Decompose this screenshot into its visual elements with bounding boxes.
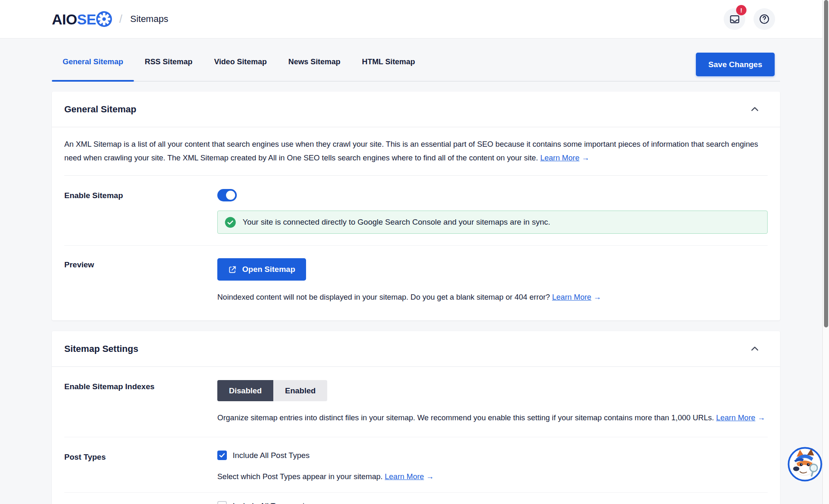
- open-sitemap-button-label: Open Sitemap: [242, 265, 295, 274]
- toggle-knob: [226, 191, 235, 200]
- post-types-description: Select which Post Types appear in your s…: [217, 470, 768, 483]
- sitemap-settings-card-header: Sitemap Settings: [52, 331, 780, 367]
- include-all-taxonomies-label: Include All Taxonomies: [233, 502, 313, 504]
- include-all-taxonomies-checkbox[interactable]: [217, 501, 227, 504]
- scrollbar[interactable]: [822, 0, 829, 504]
- header-actions: !: [724, 8, 775, 30]
- general-sitemap-intro: An XML Sitemap is a list of all your con…: [64, 127, 768, 176]
- breadcrumb: Sitemaps: [130, 14, 168, 24]
- notifications-button[interactable]: !: [724, 8, 745, 30]
- chevron-up-icon: [749, 344, 760, 354]
- card-title-general-sitemap: General Sitemap: [64, 104, 136, 115]
- enable-sitemap-label: Enable Sitemap: [64, 189, 217, 234]
- breadcrumb-separator: /: [119, 13, 122, 26]
- tab-bar: General Sitemap RSS Sitemap Video Sitema…: [52, 38, 780, 82]
- main-content: General Sitemap RSS Sitemap Video Sitema…: [52, 38, 780, 504]
- chevron-up-icon: [749, 104, 760, 115]
- logo-text: AIOSE: [52, 12, 96, 27]
- gsc-sync-alert-text: Your site is connected directly to Googl…: [243, 218, 550, 227]
- arrow-right-icon: →: [426, 472, 434, 481]
- post-types-row: Post Types Include All Post Types Select…: [64, 437, 768, 493]
- card-title-sitemap-settings: Sitemap Settings: [64, 344, 138, 354]
- sitemap-indexes-segmented-control: Disabled Enabled: [217, 380, 327, 401]
- aioseo-dog-mascot[interactable]: [788, 447, 822, 482]
- preview-row: Preview Open Sitemap Noindexed content w…: [64, 246, 768, 320]
- sitemap-indexes-description: Organize sitemap entries into distinct f…: [217, 411, 768, 424]
- enable-sitemap-toggle[interactable]: [217, 189, 237, 201]
- tabs-nav: General Sitemap RSS Sitemap Video Sitema…: [52, 38, 780, 81]
- enable-sitemap-indexes-row: Enable Sitemap Indexes Disabled Enabled …: [64, 367, 768, 437]
- sitemap-settings-card: Sitemap Settings Enable Sitemap Indexes …: [52, 331, 780, 504]
- tab-html-sitemap[interactable]: HTML Sitemap: [351, 57, 426, 81]
- check-circle-icon: [225, 217, 236, 228]
- taxonomies-row: Taxonomies Include All Taxonomies: [64, 493, 768, 504]
- dog-mascot-icon: [788, 447, 822, 482]
- tab-rss-sitemap[interactable]: RSS Sitemap: [134, 57, 203, 81]
- learn-more-link-indexes[interactable]: Learn More: [716, 413, 756, 422]
- post-types-label: Post Types: [64, 451, 217, 483]
- aioseo-logo[interactable]: AIOSE: [52, 11, 112, 27]
- general-sitemap-card-body: An XML Sitemap is a list of all your con…: [52, 127, 780, 320]
- open-sitemap-button[interactable]: Open Sitemap: [217, 258, 306, 281]
- collapse-sitemap-settings-button[interactable]: [748, 342, 762, 356]
- app-header: AIOSE / Sitemaps !: [0, 0, 829, 38]
- arrow-right-icon: →: [758, 413, 766, 422]
- question-mark-icon: [758, 13, 770, 25]
- learn-more-link-intro[interactable]: Learn More: [540, 153, 580, 162]
- gsc-sync-alert: Your site is connected directly to Googl…: [217, 211, 768, 234]
- arrow-right-icon: →: [593, 293, 601, 301]
- include-all-post-types-label: Include All Post Types: [233, 451, 310, 460]
- segment-disabled[interactable]: Disabled: [217, 380, 273, 401]
- scrollbar-thumb[interactable]: [824, 0, 828, 327]
- external-link-icon: [228, 265, 237, 274]
- save-changes-button[interactable]: Save Changes: [696, 53, 775, 76]
- tab-general-sitemap[interactable]: General Sitemap: [52, 57, 134, 81]
- enable-sitemap-indexes-label: Enable Sitemap Indexes: [64, 380, 217, 424]
- arrow-right-icon: →: [581, 153, 589, 162]
- preview-label: Preview: [64, 258, 217, 304]
- include-all-post-types-checkbox[interactable]: [217, 451, 227, 460]
- intro-text: An XML Sitemap is a list of all your con…: [64, 140, 758, 162]
- enable-sitemap-row: Enable Sitemap Your site is connected di…: [64, 176, 768, 246]
- tab-video-sitemap[interactable]: Video Sitemap: [203, 57, 277, 81]
- tab-news-sitemap[interactable]: News Sitemap: [277, 57, 351, 81]
- help-button[interactable]: [754, 8, 775, 30]
- general-sitemap-card: General Sitemap An XML Sitemap is a list…: [52, 92, 780, 320]
- general-sitemap-card-header: General Sitemap: [52, 92, 780, 127]
- sitemap-settings-card-body: Enable Sitemap Indexes Disabled Enabled …: [52, 367, 780, 504]
- learn-more-link-post-types[interactable]: Learn More: [385, 472, 424, 481]
- preview-description: Noindexed content will not be displayed …: [217, 290, 768, 304]
- checkmark-icon: [219, 452, 226, 459]
- notification-badge: !: [736, 5, 746, 15]
- learn-more-link-preview[interactable]: Learn More: [552, 293, 591, 301]
- segment-enabled[interactable]: Enabled: [273, 380, 327, 401]
- taxonomies-label: Taxonomies: [64, 501, 217, 504]
- inbox-icon: [729, 14, 740, 25]
- collapse-general-sitemap-button[interactable]: [748, 102, 762, 116]
- gear-icon: [96, 11, 112, 27]
